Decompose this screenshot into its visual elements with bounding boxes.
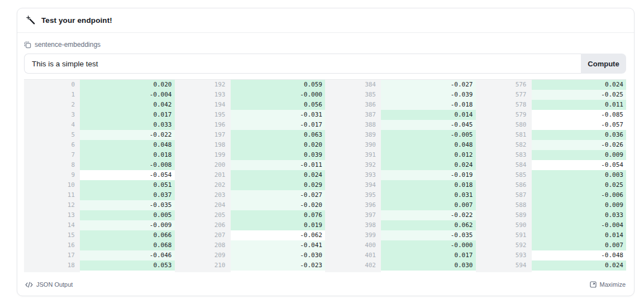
value-cell: 0.042: [80, 100, 175, 110]
index-cell: 588: [476, 200, 532, 210]
value-cell: 0.018: [381, 180, 476, 190]
value-cell: 0.036: [532, 130, 627, 140]
value-cell: -0.026: [532, 140, 627, 150]
index-cell: 584: [476, 160, 532, 170]
value-cell: 0.017: [381, 250, 476, 260]
value-cell: -0.035: [80, 200, 175, 210]
index-cell: 196: [175, 120, 231, 130]
value-cell: 0.076: [231, 210, 326, 220]
index-cell: 15: [24, 230, 80, 240]
index-cell: 582: [476, 140, 532, 150]
input-row: Compute: [24, 54, 626, 74]
value-cell: 0.031: [381, 190, 476, 200]
index-cell: 204: [175, 200, 231, 210]
index-cell: 577: [476, 90, 532, 100]
value-cell: 0.007: [381, 200, 476, 210]
value-cell: 0.053: [80, 260, 175, 271]
value-cell: 0.003: [532, 170, 627, 180]
table-group: 3843853863873883893903913923933943953963…: [325, 80, 476, 272]
value-cell: -0.039: [381, 90, 476, 100]
json-output-label: JSON Output: [36, 281, 73, 288]
value-cell: 0.018: [80, 150, 175, 160]
index-cell: 402: [325, 260, 381, 271]
value-cell: 0.030: [381, 260, 476, 271]
index-cell: 401: [325, 250, 381, 260]
index-cell: 13: [24, 210, 80, 220]
maximize-button[interactable]: Maximize: [590, 281, 626, 288]
value-cell: 0.056: [231, 100, 326, 110]
index-cell: 1: [24, 90, 80, 100]
value-cell: 0.020: [231, 140, 326, 150]
value-cell: -0.004: [80, 90, 175, 100]
value-cell: -0.054: [80, 170, 175, 180]
compute-button[interactable]: Compute: [581, 54, 626, 74]
index-cell: 2: [24, 100, 80, 110]
index-cell: 210: [175, 260, 231, 271]
index-cell: 578: [476, 100, 532, 110]
value-cell: 0.033: [80, 120, 175, 130]
value-cell: 0.066: [80, 230, 175, 240]
index-cell: 0: [24, 80, 80, 90]
value-cell: 0.009: [532, 150, 627, 160]
value-cell: 0.020: [80, 80, 175, 90]
value-cell: 0.039: [231, 150, 326, 160]
value-cell: 0.059: [231, 80, 326, 90]
value-cell: -0.000: [231, 90, 326, 100]
value-cell: -0.027: [381, 80, 476, 90]
embeddings-table[interactable]: 01234567891011121314151617180.020-0.0040…: [24, 79, 626, 272]
index-cell: 18: [24, 260, 80, 271]
index-cell: 389: [325, 130, 381, 140]
index-cell: 388: [325, 120, 381, 130]
maximize-icon: [590, 281, 597, 288]
value-cell: -0.062: [231, 230, 326, 240]
value-cell: 0.051: [80, 180, 175, 190]
index-cell: 198: [175, 140, 231, 150]
index-cell: 195: [175, 110, 231, 120]
magic-wand-icon: [26, 16, 36, 25]
value-cell: -0.005: [381, 130, 476, 140]
index-cell: 395: [325, 190, 381, 200]
index-cell: 206: [175, 220, 231, 230]
index-cell: 585: [476, 170, 532, 180]
index-cell: 197: [175, 130, 231, 140]
value-cell: -0.027: [231, 190, 326, 200]
index-cell: 580: [476, 120, 532, 130]
index-cell: 194: [175, 100, 231, 110]
value-cell: 0.019: [231, 220, 326, 230]
index-cell: 386: [325, 100, 381, 110]
index-cell: 594: [476, 260, 532, 271]
test-text-input[interactable]: [24, 54, 581, 74]
index-cell: 390: [325, 140, 381, 150]
index-cell: 202: [175, 180, 231, 190]
index-cell: 207: [175, 230, 231, 240]
index-cell: 199: [175, 150, 231, 160]
index-cell: 399: [325, 230, 381, 240]
value-cell: -0.025: [532, 90, 627, 100]
index-cell: 384: [325, 80, 381, 90]
index-cell: 397: [325, 210, 381, 220]
value-cell: 0.048: [381, 140, 476, 150]
index-cell: 398: [325, 220, 381, 230]
value-cell: 0.014: [381, 110, 476, 120]
table-group: 01234567891011121314151617180.020-0.0040…: [24, 80, 175, 272]
value-cell: -0.008: [80, 160, 175, 170]
value-cell: -0.017: [231, 120, 326, 130]
index-cell: 396: [325, 200, 381, 210]
index-cell: 391: [325, 150, 381, 160]
table-group: 5765775785795805815825835845855865875885…: [476, 80, 627, 272]
value-cell: -0.004: [532, 220, 627, 230]
card-title: Test your endpoint!: [41, 16, 112, 25]
value-cell: -0.000: [381, 240, 476, 250]
value-cell: -0.022: [381, 210, 476, 220]
maximize-label: Maximize: [600, 281, 626, 288]
code-icon: [25, 282, 33, 288]
value-cell: -0.054: [532, 160, 627, 170]
index-cell: 3: [24, 110, 80, 120]
value-cell: -0.057: [532, 120, 627, 130]
value-cell: 0.017: [80, 110, 175, 120]
index-cell: 392: [325, 160, 381, 170]
value-cell: 0.012: [381, 150, 476, 160]
json-output-button[interactable]: JSON Output: [25, 281, 73, 288]
index-cell: 11: [24, 190, 80, 200]
value-cell: 0.025: [532, 180, 627, 190]
